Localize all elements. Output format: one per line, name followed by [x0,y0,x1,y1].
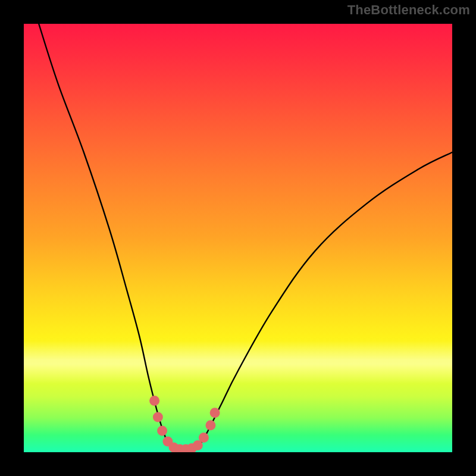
highlight-dot [157,426,167,436]
highlight-dot [199,433,209,443]
highlight-dot [153,412,163,422]
highlight-dots [149,396,220,452]
highlight-dot [210,408,220,418]
plot-area [24,24,452,452]
highlight-dot [205,420,215,430]
chart-frame: TheBottleneck.com [0,0,476,476]
highlight-dot [149,396,159,406]
watermark-label: TheBottleneck.com [347,2,470,18]
curve-svg [24,24,452,452]
bottleneck-curve [39,24,452,449]
